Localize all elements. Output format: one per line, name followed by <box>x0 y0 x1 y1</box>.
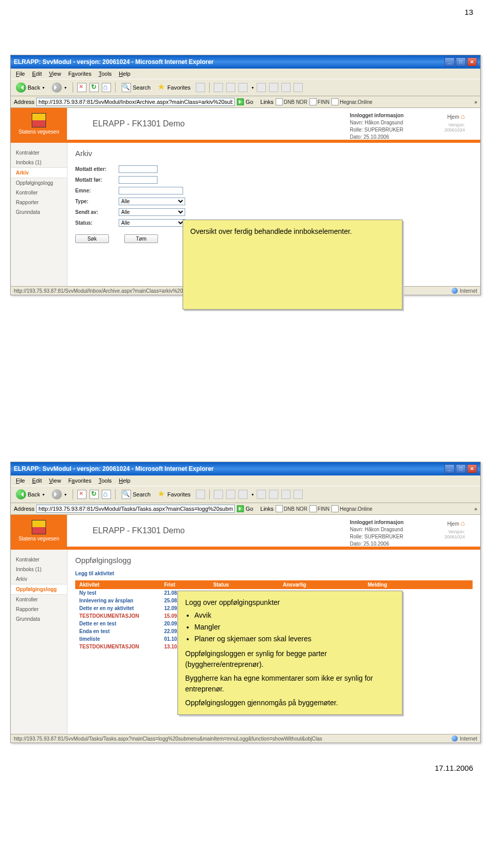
select-sendt-av[interactable]: Alle <box>119 208 185 216</box>
sidebar-item-grunndata[interactable]: Grunndata <box>11 614 67 624</box>
app-header: Statens vegvesen ELRAPP - FK1301 Demo In… <box>11 515 480 547</box>
link-dnb[interactable]: DNB NOR <box>276 98 307 105</box>
sidebar-item-logg[interactable]: Oppfølgingslogg <box>11 584 67 595</box>
tool-icon-1[interactable] <box>257 490 266 499</box>
link-dnb[interactable]: DNB NOR <box>276 505 307 512</box>
tool-icon-4[interactable] <box>294 83 303 92</box>
menu-edit[interactable]: Edit <box>29 476 45 485</box>
mail-button[interactable] <box>214 490 223 499</box>
tool-icon-4[interactable] <box>294 490 303 499</box>
sidebar-item-kontrakter[interactable]: Kontrakter <box>11 148 67 158</box>
search-button[interactable]: Search <box>120 489 152 500</box>
link-finn[interactable]: FINN <box>309 505 329 512</box>
close-button[interactable]: ✕ <box>467 57 477 67</box>
menu-file[interactable]: File <box>13 476 28 485</box>
menu-file[interactable]: File <box>13 70 28 78</box>
forward-button[interactable]: ▾ <box>50 81 69 94</box>
input-mottatt-etter[interactable] <box>119 165 158 173</box>
sidebar: Kontrakter Innboks (1) Arkiv Oppfølgings… <box>11 550 68 734</box>
sidebar-item-arkiv[interactable]: Arkiv <box>11 574 67 584</box>
print-button[interactable] <box>226 83 235 92</box>
stop-button[interactable] <box>77 490 86 499</box>
edit-button[interactable] <box>238 83 248 92</box>
close-button[interactable]: ✕ <box>467 464 477 473</box>
input-mottatt-for[interactable] <box>119 176 158 184</box>
add-activity-link[interactable]: Legg til aktivitet <box>75 571 473 576</box>
search-icon <box>122 83 131 92</box>
sidebar-item-grunndata[interactable]: Grunndata <box>11 207 67 217</box>
tool-icon-3[interactable] <box>281 83 291 92</box>
minimize-button[interactable]: _ <box>444 464 455 473</box>
logo: Statens vegvesen <box>11 108 67 140</box>
address-input[interactable] <box>36 98 235 106</box>
print-button[interactable] <box>226 490 235 499</box>
home-icon: ⌂ <box>461 519 465 527</box>
menu-favorites[interactable]: Favorites <box>65 476 94 485</box>
menu-tools[interactable]: Tools <box>96 70 115 78</box>
sidebar-item-innboks[interactable]: Innboks (1) <box>11 158 67 167</box>
menu-tools[interactable]: Tools <box>96 476 115 485</box>
home-button[interactable] <box>102 83 111 92</box>
home-link[interactable]: Hjem ⌂ <box>447 519 465 527</box>
tool-icon-2[interactable] <box>269 490 278 499</box>
tool-icon-1[interactable] <box>257 83 266 92</box>
sidebar-item-arkiv[interactable]: Arkiv <box>11 167 67 178</box>
zone-label: Internet <box>460 736 477 742</box>
col-frist: Frist <box>160 580 209 589</box>
history-button[interactable] <box>196 490 205 499</box>
address-input[interactable] <box>36 505 235 513</box>
tool-icon-2[interactable] <box>269 83 278 92</box>
refresh-button[interactable] <box>90 490 99 499</box>
refresh-button[interactable] <box>90 83 99 92</box>
links-expand[interactable]: » <box>474 99 477 105</box>
star-icon <box>158 83 166 92</box>
label-status: Status: <box>75 220 119 226</box>
app-title: ELRAPP - FK1301 Demo <box>67 515 480 547</box>
favorites-button[interactable]: Favorites <box>155 489 192 500</box>
select-type[interactable]: Alle <box>119 198 185 205</box>
globe-icon <box>452 735 458 742</box>
links-expand[interactable]: » <box>474 506 477 512</box>
search-button-form[interactable]: Søk <box>75 234 109 243</box>
clear-button[interactable]: Tøm <box>124 234 158 243</box>
tool-icon-3[interactable] <box>281 490 291 499</box>
sidebar-item-kontroller[interactable]: Kontroller <box>11 595 67 604</box>
home-link[interactable]: Hjem ⌂ <box>447 112 465 120</box>
minimize-button[interactable]: _ <box>444 57 455 67</box>
go-icon <box>237 98 244 105</box>
menu-help[interactable]: Help <box>116 70 133 78</box>
menu-view[interactable]: View <box>46 70 64 78</box>
menu-edit[interactable]: Edit <box>29 70 45 78</box>
sidebar-item-innboks[interactable]: Innboks (1) <box>11 565 67 574</box>
menu-view[interactable]: View <box>46 476 64 485</box>
stop-button[interactable] <box>77 83 86 92</box>
history-button[interactable] <box>196 83 205 92</box>
sidebar-item-logg[interactable]: Oppfølgingslogg <box>11 178 67 188</box>
home-button[interactable] <box>102 490 111 499</box>
link-finn[interactable]: FINN <box>309 98 329 105</box>
back-button[interactable]: Back▾ <box>14 81 47 94</box>
back-button[interactable]: Back▾ <box>14 488 47 501</box>
links-label: Links <box>260 506 274 512</box>
maximize-button[interactable]: □ <box>456 57 466 67</box>
mail-button[interactable] <box>214 83 223 92</box>
maximize-button[interactable]: □ <box>456 464 466 473</box>
select-status[interactable]: Alle <box>119 219 185 227</box>
search-button[interactable]: Search <box>120 82 152 93</box>
sidebar-item-rapporter[interactable]: Rapporter <box>11 198 67 207</box>
sidebar-item-kontrakter[interactable]: Kontrakter <box>11 555 67 565</box>
edit-button[interactable] <box>238 490 248 499</box>
favorites-button[interactable]: Favorites <box>155 82 192 93</box>
link-hegnar[interactable]: Hegnar.Online <box>331 98 372 105</box>
menu-help[interactable]: Help <box>116 476 133 485</box>
link-hegnar[interactable]: Hegnar.Online <box>331 505 372 512</box>
go-button[interactable]: Go <box>237 98 253 105</box>
label-sendt-av: Sendt av: <box>75 209 119 215</box>
sidebar-item-rapporter[interactable]: Rapporter <box>11 604 67 614</box>
input-emne[interactable] <box>119 187 183 194</box>
label-mottatt-etter: Mottatt etter: <box>75 166 119 172</box>
sidebar-item-kontroller[interactable]: Kontroller <box>11 188 67 198</box>
go-button[interactable]: Go <box>237 505 253 512</box>
forward-button[interactable]: ▾ <box>50 488 69 501</box>
menu-favorites[interactable]: Favorites <box>65 70 94 78</box>
